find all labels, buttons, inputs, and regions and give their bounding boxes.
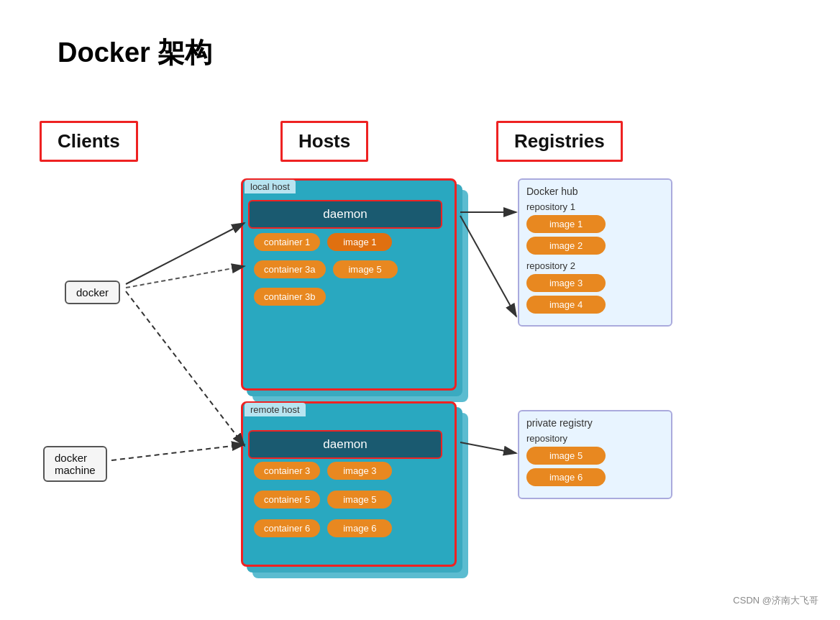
svg-line-3 <box>126 291 245 446</box>
container-3a-pill: container 3a <box>254 260 326 278</box>
private-repo-label: repository <box>526 433 664 444</box>
remote-container-row-2: container 5 image 5 <box>254 491 392 509</box>
image-3-pill-remote: image 3 <box>327 462 392 480</box>
private-repo-section: repository image 5 image 6 <box>526 433 664 486</box>
docker-machine-client: docker machine <box>43 446 107 482</box>
remote-container-row-1: container 3 image 3 <box>254 462 392 480</box>
image-3-hub: image 3 <box>526 274 606 292</box>
local-container-row-2: container 3a image 5 <box>254 260 398 278</box>
watermark: CSDN @济南大飞哥 <box>733 594 818 607</box>
container-5-pill: container 5 <box>254 491 320 509</box>
local-container-row-3: container 3b <box>254 288 326 306</box>
image-5-pill-local: image 5 <box>333 260 398 278</box>
page-title: Docker 架构 <box>58 35 212 71</box>
repo-2-section: repository 2 image 3 image 4 <box>526 260 664 314</box>
image-6-private: image 6 <box>526 468 606 486</box>
repo-2-label: repository 2 <box>526 260 664 271</box>
daemon-bar-remote: daemon <box>248 430 442 459</box>
svg-line-5 <box>111 445 245 460</box>
hosts-section-label: Hosts <box>280 121 368 162</box>
remote-host-main <box>241 401 457 567</box>
remote-container-row-3: container 6 image 6 <box>254 519 392 537</box>
image-1-hub: image 1 <box>526 215 606 233</box>
docker-client: docker <box>65 281 120 304</box>
container-3-pill: container 3 <box>254 462 320 480</box>
svg-line-4 <box>126 266 245 288</box>
repo-1-label: repository 1 <box>526 201 664 212</box>
clients-section-label: Clients <box>40 121 138 162</box>
repo-1-section: repository 1 image 1 image 2 <box>526 201 664 255</box>
docker-hub-registry: Docker hub repository 1 image 1 image 2 … <box>518 178 672 327</box>
container-3b-pill: container 3b <box>254 288 326 306</box>
image-2-hub: image 2 <box>526 237 606 255</box>
local-host-label: local host <box>245 180 296 193</box>
container-6-pill: container 6 <box>254 519 320 537</box>
registries-section-label: Registries <box>496 121 623 162</box>
image-6-pill-remote: image 6 <box>327 519 392 537</box>
remote-host-label: remote host <box>245 403 306 416</box>
svg-line-7 <box>460 216 516 316</box>
image-1-pill-local: image 1 <box>327 233 392 251</box>
daemon-bar-local: daemon <box>248 200 442 229</box>
local-container-row-1: container 1 image 1 <box>254 233 392 251</box>
private-registry-label: private registry <box>526 417 664 429</box>
svg-line-2 <box>126 223 245 284</box>
image-5-pill-remote: image 5 <box>327 491 392 509</box>
docker-hub-label: Docker hub <box>526 186 664 197</box>
image-4-hub: image 4 <box>526 296 606 314</box>
private-registry: private registry repository image 5 imag… <box>518 410 672 499</box>
svg-line-8 <box>460 442 516 453</box>
remote-host-stack <box>241 401 464 578</box>
container-1-pill: container 1 <box>254 233 320 251</box>
image-5-private: image 5 <box>526 447 606 465</box>
